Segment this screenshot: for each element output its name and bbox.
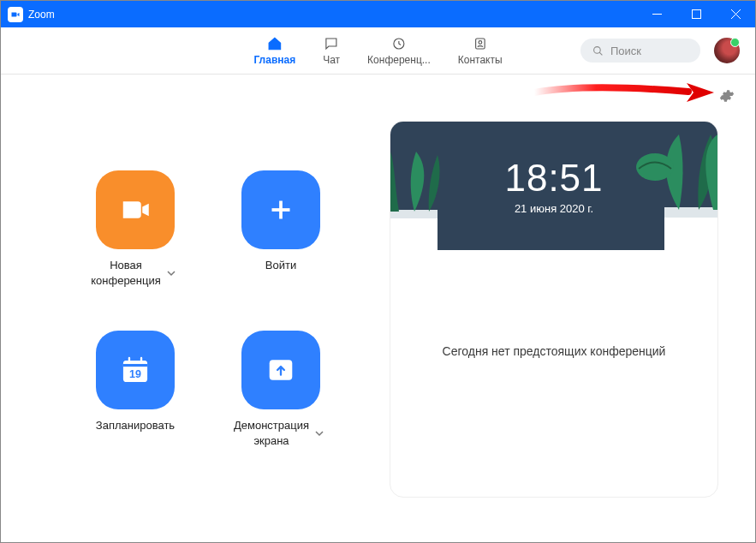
schedule-label: Запланировать [96, 418, 175, 433]
join-label: Войти [265, 258, 296, 273]
join-button[interactable] [241, 170, 320, 249]
maximize-button[interactable] [676, 1, 716, 27]
share-screen-label: Демонстрация экрана [234, 418, 309, 448]
new-meeting-dropdown[interactable] [163, 265, 180, 282]
calendar-day: 19 [129, 368, 141, 380]
plant-decor-left [390, 152, 450, 250]
titlebar-title: Zoom [28, 9, 55, 21]
chevron-down-icon [315, 429, 324, 438]
plus-icon [265, 194, 296, 225]
search-input[interactable]: Поиск [580, 39, 700, 63]
svg-point-6 [479, 41, 482, 45]
tab-meetings[interactable]: Конференц... [354, 27, 444, 74]
chevron-down-icon [167, 269, 176, 277]
clock-time: 18:51 [504, 157, 603, 200]
schedule-action: 19 Запланировать [63, 331, 208, 448]
schedule-button[interactable]: 19 [96, 331, 175, 409]
svg-rect-1 [692, 10, 700, 19]
app-logo [8, 7, 23, 22]
annotation-arrow [534, 80, 714, 105]
new-meeting-button[interactable] [96, 170, 175, 249]
svg-line-8 [599, 52, 602, 55]
tab-home[interactable]: Главная [240, 27, 309, 74]
content: Новая конференция Войти [1, 75, 755, 542]
video-icon [120, 194, 151, 225]
tab-home-label: Главная [253, 54, 295, 66]
contacts-icon [473, 35, 488, 52]
user-avatar[interactable] [714, 38, 740, 63]
share-screen-icon [265, 355, 296, 385]
join-action: Войти [208, 170, 354, 288]
svg-rect-13 [123, 364, 147, 367]
share-screen-button[interactable] [241, 331, 320, 409]
tab-contacts-label: Контакты [458, 54, 503, 66]
header: Главная Чат Конференц... Контакты [1, 27, 755, 75]
no-meetings-text: Сегодня нет предстоящих конференций [443, 344, 666, 358]
gear-icon [719, 88, 735, 104]
new-meeting-action: Новая конференция [63, 170, 208, 288]
search-icon [592, 45, 604, 57]
calendar-icon: 19 [120, 355, 151, 385]
clock-icon [391, 35, 407, 52]
clock-date: 21 июня 2020 г. [515, 202, 593, 215]
svg-rect-20 [664, 207, 717, 218]
tab-contacts[interactable]: Контакты [444, 27, 516, 74]
tabs: Главная Чат Конференц... Контакты [240, 27, 515, 74]
minimize-button[interactable] [637, 1, 676, 27]
tab-meetings-label: Конференц... [367, 54, 431, 66]
share-screen-action: Демонстрация экрана [208, 331, 354, 448]
tab-chat[interactable]: Чат [309, 27, 354, 74]
header-right: Поиск [580, 38, 755, 63]
titlebar-left: Zoom [1, 7, 637, 22]
clock-banner: 18:51 21 июня 2020 г. [390, 122, 717, 250]
upcoming-panel: 18:51 21 июня 2020 г. Сегодня нет предст… [390, 121, 718, 498]
chat-icon [324, 35, 339, 52]
tab-chat-label: Чат [323, 54, 340, 66]
close-button[interactable] [716, 1, 755, 27]
home-icon [267, 35, 283, 52]
action-grid: Новая конференция Войти [63, 170, 354, 448]
settings-button[interactable] [719, 88, 735, 104]
app-window: Zoom Главная Чат [0, 0, 756, 543]
new-meeting-label: Новая конференция [91, 258, 161, 288]
plant-decor-right [632, 134, 717, 250]
upcoming-body: Сегодня нет предстоящих конференций [390, 250, 717, 358]
svg-point-7 [594, 46, 601, 53]
share-screen-dropdown[interactable] [311, 425, 328, 442]
search-placeholder: Поиск [610, 45, 641, 57]
titlebar: Zoom [1, 1, 755, 27]
